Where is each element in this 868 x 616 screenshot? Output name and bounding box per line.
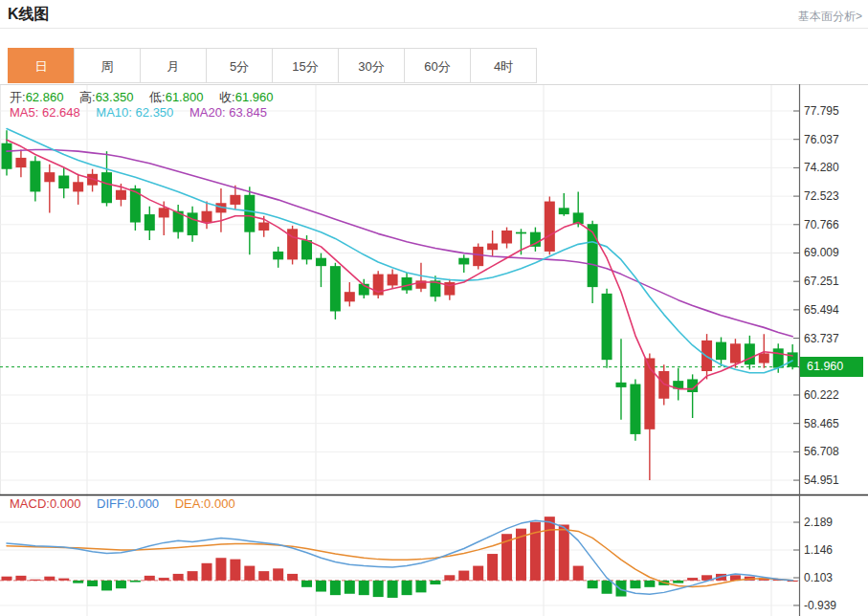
macd-axis-label: -0.939 [804, 599, 836, 612]
macd-bar-positive [244, 566, 255, 581]
candle-down [516, 232, 526, 234]
y-axis-label: 77.795 [804, 104, 839, 118]
y-axis-label: 76.037 [804, 133, 839, 146]
candle-up [759, 353, 769, 363]
macd-bar-positive [202, 563, 212, 581]
current-price-badge: 61.960 [800, 357, 863, 377]
macd-bar-negative [345, 581, 355, 594]
macd-bar-negative [101, 581, 112, 591]
y-axis-label: 58.465 [804, 417, 839, 430]
candle-up [388, 275, 398, 286]
macd-axis-label: 2.189 [804, 516, 833, 529]
candle-down [2, 143, 12, 169]
macd-bar-negative [330, 581, 341, 595]
macd-bar-negative [388, 581, 398, 598]
macd-bar-positive [487, 554, 498, 581]
macd-bar-positive [258, 571, 269, 581]
page-header: K线图 基本面分析> [0, 0, 868, 29]
kline-page: 77.79576.03774.28072.52370.76669.00967.2… [0, 0, 868, 616]
macd-bar-positive [530, 522, 541, 581]
macd-bar-positive [573, 566, 584, 581]
candle-up [230, 195, 240, 205]
candle-up [473, 247, 483, 266]
macd-bar-positive [287, 574, 298, 581]
y-axis-label: 60.222 [804, 388, 839, 402]
dea-line [7, 529, 792, 586]
macd-bar-negative [116, 581, 126, 588]
macd-bar-positive [473, 566, 483, 581]
y-axis-label: 74.280 [804, 161, 839, 174]
macd-bar-negative [301, 581, 312, 587]
candle-up [287, 229, 298, 259]
candle-up [73, 182, 83, 191]
macd-bar-positive [145, 576, 155, 581]
tab-15min[interactable]: 15分 [272, 48, 339, 83]
candle-down [145, 214, 155, 231]
macd-bar-positive [215, 558, 226, 581]
macd-bar-negative [87, 581, 98, 586]
macd-bar-positive [273, 568, 283, 581]
tab-60min[interactable]: 60分 [404, 48, 471, 83]
candle-up [44, 172, 55, 182]
macd-bar-positive [44, 577, 55, 581]
macd-bar-negative [644, 581, 655, 587]
macd-bar-negative [402, 581, 412, 595]
candle-up [487, 243, 498, 250]
candle-down [30, 161, 40, 191]
macd-axis-label: 0.103 [804, 571, 833, 584]
macd-bar-positive [687, 578, 698, 581]
tab-5min[interactable]: 5分 [206, 48, 273, 83]
tab-30min[interactable]: 30分 [338, 48, 405, 83]
fundamental-analysis-link[interactable]: 基本面分析> [798, 9, 862, 25]
candle-down [458, 258, 469, 265]
y-axis-label: 72.523 [804, 189, 839, 203]
macd-bar-positive [230, 560, 240, 581]
kline-chart-canvas[interactable]: 77.79576.03774.28072.52370.76669.00967.2… [0, 0, 868, 616]
candle-up [202, 211, 212, 223]
macd-bar-positive [2, 577, 12, 581]
tab-week[interactable]: 周 [74, 48, 141, 83]
macd-bar-negative [415, 581, 426, 593]
ma20-line [7, 149, 792, 336]
candle-up [545, 202, 555, 252]
candle-down [745, 343, 755, 364]
macd-bar-negative [316, 581, 326, 592]
macd-bar-negative [73, 581, 83, 583]
candle-down [188, 212, 198, 235]
macd-bar-positive [458, 571, 469, 581]
candle-up [258, 223, 269, 231]
candle-down [559, 208, 569, 214]
candle-up [116, 190, 126, 200]
candle-down [773, 348, 784, 367]
macd-axis-label: 1.146 [804, 543, 833, 557]
y-axis-label: 54.951 [804, 473, 839, 487]
y-axis-label: 67.251 [804, 275, 839, 288]
y-axis-label: 69.009 [804, 246, 839, 259]
candle-down [615, 383, 626, 387]
macd-bar-positive [30, 580, 40, 581]
macd-bar-negative [430, 581, 440, 584]
macd-bar-negative [602, 581, 612, 594]
candle-down [330, 266, 341, 311]
tab-day[interactable]: 日 [8, 48, 75, 83]
candle-up [345, 292, 355, 301]
ma10-line [7, 129, 792, 373]
y-axis-label: 63.737 [804, 332, 839, 345]
macd-bar-positive [545, 517, 555, 581]
macd-bar-negative [373, 581, 384, 597]
macd-bar-negative [630, 581, 640, 588]
macd-bar-negative [615, 581, 626, 597]
y-axis-label: 70.766 [804, 218, 839, 231]
tab-month[interactable]: 月 [140, 48, 207, 83]
candle-down [630, 385, 640, 434]
candle-down [58, 176, 69, 189]
candle-down [301, 240, 312, 259]
tab-4hour[interactable]: 4时 [470, 48, 537, 83]
macd-bar-negative [359, 581, 369, 595]
macd-bar-positive [173, 574, 184, 581]
candle-up [159, 208, 169, 217]
candle-up [501, 231, 512, 244]
macd-bar-negative [588, 581, 598, 588]
macd-bar-negative [673, 581, 683, 583]
candle-up [730, 343, 741, 363]
